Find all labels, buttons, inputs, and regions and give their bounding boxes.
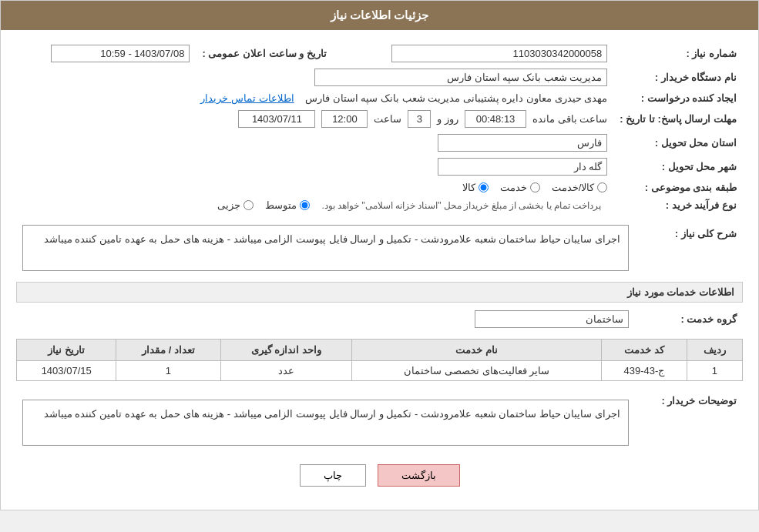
city-field: گله دار	[438, 158, 607, 176]
city-value: گله دار	[16, 155, 613, 179]
remaining-time-label: ساعت باقی مانده	[532, 113, 607, 125]
announce-datetime-label: تاریخ و ساعت اعلان عمومی :	[196, 42, 341, 65]
response-deadline-row: ساعت باقی مانده 00:48:13 روز و 3 ساعت 12…	[16, 107, 613, 131]
category-option-kala-khedmat[interactable]: کالا/خدمت	[552, 182, 608, 193]
services-section-header: اطلاعات خدمات مورد نیاز	[16, 282, 743, 303]
creator-value: مهدی حیدری معاون دایره پشتیبانی مدیریت ش…	[16, 89, 613, 107]
process-label: نوع فرآیند خرید :	[613, 196, 743, 214]
col-header-qty: تعداد / مقدار	[116, 340, 220, 361]
time-label: ساعت	[374, 113, 401, 125]
service-group-field: ساختمان	[475, 310, 629, 328]
cell-qty: 1	[116, 361, 220, 381]
days-label: روز و	[437, 113, 458, 125]
narration-label: شرح کلی نیاز :	[635, 222, 743, 274]
process-note: پرداخت تمام یا بخشی از مبلغ خریداز محل "…	[321, 200, 601, 211]
buyer-notes-field: اجرای سایبان حیاط ساختمان شعبه علامرودشت…	[22, 400, 629, 446]
page-title: جزئیات اطلاعات نیاز	[331, 8, 428, 22]
response-time-field: 12:00	[321, 110, 368, 128]
services-table: ردیف کد خدمت نام خدمت واحد اندازه گیری ت…	[16, 339, 743, 381]
back-button[interactable]: بازگشت	[378, 464, 460, 487]
main-info-table: شماره نیاز : 1103030342000058 تاریخ و سا…	[16, 42, 743, 214]
category-option-kala[interactable]: کالا	[462, 182, 489, 193]
need-number-value: 1103030342000058	[342, 42, 613, 65]
buyer-org-value: مدیریت شعب بانک سپه استان فارس	[16, 65, 613, 89]
cell-unit: عدد	[220, 361, 352, 381]
service-group-label: گروه خدمت :	[635, 307, 743, 331]
province-value: فارس	[16, 131, 613, 155]
col-header-row: ردیف	[687, 340, 742, 361]
cell-row: 1	[687, 361, 742, 381]
announce-datetime-value: 1403/07/08 - 10:59	[16, 42, 196, 65]
city-label: شهر محل تحویل :	[613, 155, 743, 179]
col-header-name: نام خدمت	[352, 340, 602, 361]
process-option-jozii[interactable]: جزیی	[217, 199, 254, 211]
province-field: فارس	[438, 134, 607, 152]
category-options: کالا/خدمت خدمت کالا	[16, 179, 613, 196]
category-label: طبقه بندی موضوعی :	[613, 179, 743, 196]
narration-value: اجرای سایبان حیاط ساختمان شعبه علامرودشت…	[16, 222, 635, 274]
response-deadline-label: مهلت ارسال پاسخ: تا تاریخ :	[613, 107, 743, 131]
cell-code: ج-43-439	[602, 361, 687, 381]
category-option-khedmat[interactable]: خدمت	[500, 182, 540, 193]
col-header-code: کد خدمت	[602, 340, 687, 361]
print-button[interactable]: چاپ	[300, 464, 366, 487]
buyer-org-field: مدیریت شعب بانک سپه استان فارس	[314, 69, 607, 86]
narration-table: شرح کلی نیاز : اجرای سایبان حیاط ساختمان…	[16, 222, 743, 274]
buyer-notes-label: توضیحات خریدار :	[635, 389, 743, 449]
buyer-notes-value: اجرای سایبان حیاط ساختمان شعبه علامرودشت…	[16, 389, 635, 449]
cell-date: 1403/07/15	[17, 361, 116, 381]
response-days-field: 3	[408, 110, 431, 128]
service-group-table: گروه خدمت : ساختمان	[16, 307, 743, 331]
need-number-label: شماره نیاز :	[613, 42, 743, 65]
narration-field: اجرای سایبان حیاط ساختمان شعبه علامرودشت…	[22, 225, 629, 271]
table-row: 1 ج-43-439 سایر فعالیت‌های تخصصی ساختمان…	[17, 361, 743, 381]
cell-name: سایر فعالیت‌های تخصصی ساختمان	[352, 361, 602, 381]
creator-contact-link[interactable]: اطلاعات تماس خریدار	[200, 92, 294, 104]
buyer-org-label: نام دستگاه خریدار :	[613, 65, 743, 89]
creator-label: ایجاد کننده درخواست :	[613, 89, 743, 107]
need-number-field: 1103030342000058	[391, 45, 607, 62]
response-date-field: 1403/07/11	[238, 110, 315, 128]
province-label: استان محل تحویل :	[613, 131, 743, 155]
col-header-date: تاریخ نیاز	[17, 340, 116, 361]
col-header-unit: واحد اندازه گیری	[220, 340, 352, 361]
buyer-notes-table: توضیحات خریدار : اجرای سایبان حیاط ساختم…	[16, 389, 743, 449]
service-group-value: ساختمان	[16, 307, 635, 331]
announce-datetime-field: 1403/07/08 - 10:59	[51, 45, 190, 62]
action-buttons: بازگشت چاپ	[16, 464, 743, 487]
remaining-time-value: 00:48:13	[465, 110, 526, 128]
process-option-motavset[interactable]: متوسط	[265, 199, 310, 211]
process-options: پرداخت تمام یا بخشی از مبلغ خریداز محل "…	[16, 196, 613, 214]
page-header: جزئیات اطلاعات نیاز	[1, 1, 758, 30]
